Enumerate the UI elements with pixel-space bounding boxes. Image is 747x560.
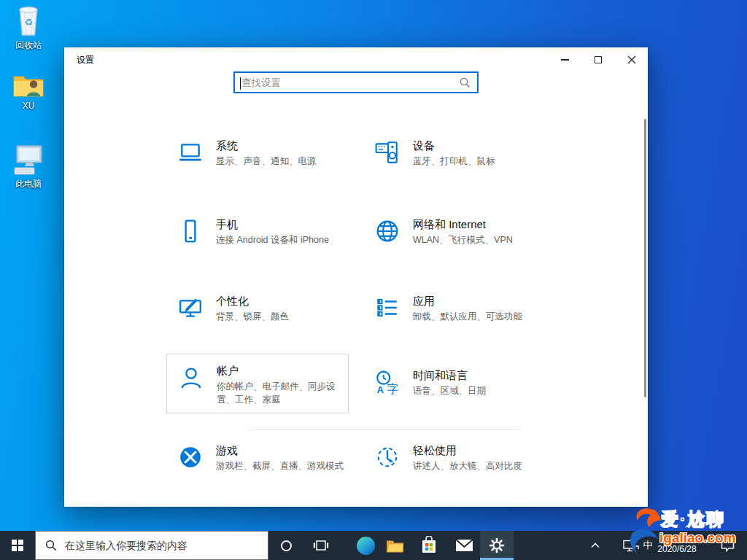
file-explorer-button[interactable] (380, 531, 409, 560)
tile-phone[interactable]: 手机 连接 Android 设备和 iPhone (166, 209, 349, 255)
microsoft-store-icon (421, 536, 437, 555)
windows-logo-icon (12, 540, 23, 551)
edge-browser-button[interactable] (351, 531, 380, 560)
desktop-icon-label: XU (4, 101, 53, 111)
settings-taskbar-button[interactable] (480, 531, 514, 560)
settings-window: 设置 系统 显示、 (64, 47, 648, 507)
text-caret (240, 77, 241, 90)
tray-clock[interactable]: 2020/6/28 (654, 531, 700, 560)
tile-subtitle: 游戏栏、截屏、直播、游戏模式 (216, 459, 344, 472)
tile-text: 轻松使用 讲述人、放大镜、高对比度 (413, 443, 522, 472)
desktop-icon-user-folder[interactable]: XU (4, 71, 53, 111)
laptop-icon (178, 140, 203, 165)
desktop: ♻ 回收站 XU 此电脑 设置 (0, 0, 747, 560)
search-icon (45, 540, 57, 551)
tile-title: 设备 (413, 139, 495, 152)
xbox-icon (178, 445, 203, 470)
tray-network-button[interactable] (619, 531, 643, 560)
tile-title: 时间和语言 (413, 368, 486, 382)
close-icon (627, 55, 636, 64)
desktop-icon-this-pc[interactable]: 此电脑 (4, 144, 53, 190)
svg-text:♻: ♻ (24, 17, 33, 28)
network-pc-icon (623, 540, 639, 552)
minimize-icon (561, 59, 569, 60)
tile-network[interactable]: 网络和 Internet WLAN、飞行模式、VPN (363, 209, 546, 255)
tile-title: 网络和 Internet (413, 217, 513, 231)
microsoft-store-button[interactable] (414, 531, 444, 560)
personalization-icon (178, 295, 203, 320)
recycle-bin-icon: ♻ (14, 3, 43, 38)
ease-of-access-icon (375, 445, 400, 470)
user-folder-icon (12, 71, 45, 99)
tile-apps[interactable]: 应用 卸载、默认应用、可选功能 (363, 285, 546, 332)
file-explorer-icon (386, 538, 404, 553)
tile-time-language[interactable]: A 字 时间和语言 语音、区域、日期 (363, 359, 546, 406)
tile-title: 游戏 (216, 443, 344, 457)
tile-subtitle: 卸载、默认应用、可选功能 (413, 310, 522, 323)
phone-icon (178, 219, 203, 244)
account-icon (179, 365, 204, 390)
tile-text: 时间和语言 语音、区域、日期 (413, 368, 486, 397)
tile-gaming[interactable]: 游戏 游戏栏、截屏、直播、游戏模式 (166, 435, 349, 481)
task-view-button[interactable] (306, 531, 336, 560)
tile-text: 帐户 你的帐户、电子邮件、同步设置、工作、家庭 (217, 364, 348, 404)
tile-subtitle: 讲述人、放大镜、高对比度 (413, 459, 522, 472)
mail-icon (455, 539, 473, 552)
maximize-icon (595, 56, 602, 63)
tile-title: 轻松使用 (413, 443, 522, 457)
tile-text: 手机 连接 Android 设备和 iPhone (216, 217, 329, 246)
window-scrollbar[interactable] (644, 119, 646, 397)
tile-title: 手机 (216, 217, 329, 231)
settings-search-input[interactable] (235, 77, 459, 88)
tile-subtitle: 语音、区域、日期 (413, 384, 486, 397)
chevron-up-icon (589, 541, 601, 550)
globe-icon (375, 219, 400, 244)
tile-text: 应用 卸载、默认应用、可选功能 (413, 294, 522, 323)
desktop-icon-label: 此电脑 (4, 178, 53, 190)
svg-text:A: A (377, 384, 384, 394)
settings-search-box (233, 71, 479, 93)
tile-title: 帐户 (217, 364, 348, 378)
close-button[interactable] (616, 49, 647, 71)
desktop-icon-label: 回收站 (4, 39, 53, 52)
taskbar-search-input[interactable] (65, 540, 255, 551)
cortana-icon (281, 540, 292, 551)
section-divider (248, 429, 521, 430)
devices-icon (375, 140, 400, 165)
tile-text: 网络和 Internet WLAN、飞行模式、VPN (413, 217, 513, 246)
tile-text: 游戏 游戏栏、截屏、直播、游戏模式 (216, 443, 344, 472)
desktop-icon-recycle-bin[interactable]: ♻ 回收站 (4, 3, 53, 52)
search-icon (459, 77, 471, 88)
this-pc-icon (12, 144, 45, 176)
tile-ease-of-access[interactable]: 轻松使用 讲述人、放大镜、高对比度 (363, 435, 546, 481)
tile-devices[interactable]: 设备 蓝牙、打印机、鼠标 (363, 130, 546, 176)
apps-icon (375, 295, 400, 320)
tile-system[interactable]: 系统 显示、声音、通知、电源 (166, 130, 349, 176)
minimize-button[interactable] (549, 49, 580, 71)
maximize-button[interactable] (583, 49, 614, 71)
task-view-icon (313, 540, 329, 552)
tile-accounts[interactable]: 帐户 你的帐户、电子邮件、同步设置、工作、家庭 (166, 354, 349, 413)
tile-title: 个性化 (216, 294, 289, 308)
tile-text: 设备 蓝牙、打印机、鼠标 (413, 139, 495, 168)
tile-subtitle: 蓝牙、打印机、鼠标 (413, 155, 495, 168)
svg-text:字: 字 (387, 383, 398, 394)
tile-subtitle: 背景、锁屏、颜色 (216, 310, 289, 323)
taskbar: 中 2020/6/28 (0, 531, 747, 560)
tile-subtitle: 显示、声音、通知、电源 (216, 155, 317, 168)
tile-title: 系统 (216, 139, 317, 152)
gear-icon (489, 537, 505, 553)
edge-icon (357, 537, 375, 555)
cortana-button[interactable] (271, 531, 301, 560)
tile-subtitle: 你的帐户、电子邮件、同步设置、工作、家庭 (217, 380, 348, 406)
start-button[interactable] (0, 531, 35, 560)
tile-text: 个性化 背景、锁屏、颜色 (216, 294, 289, 323)
action-center-button[interactable] (713, 531, 741, 560)
action-center-icon (721, 540, 735, 552)
tile-subtitle: WLAN、飞行模式、VPN (413, 233, 513, 246)
tile-personalization[interactable]: 个性化 背景、锁屏、颜色 (166, 285, 349, 332)
ime-indicator[interactable]: 中 (640, 531, 655, 560)
tray-expand-button[interactable] (584, 531, 607, 560)
mail-button[interactable] (449, 531, 479, 560)
tile-subtitle: 连接 Android 设备和 iPhone (216, 233, 329, 246)
